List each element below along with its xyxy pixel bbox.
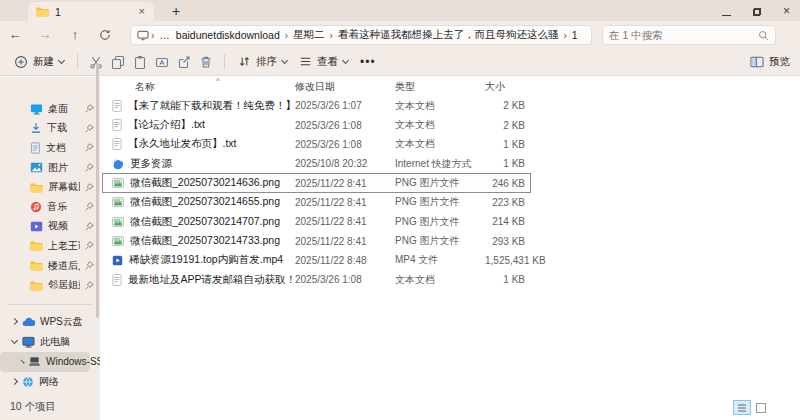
file-row[interactable]: 微信截图_20250730214733.png 2025/11/22 8:41 … <box>102 231 531 250</box>
column-header-size[interactable]: 大小 <box>485 80 525 94</box>
preview-button[interactable]: 预览 <box>750 55 790 69</box>
sidebar-item-label: 文档 <box>46 141 80 155</box>
breadcrumb-segment[interactable]: 看着这种逼我都想操上去了，而且母狗还这么骚 <box>335 28 562 42</box>
close-button[interactable]: × <box>783 5 790 17</box>
file-type: 文本文档 <box>395 118 485 132</box>
file-date: 2025/3/26 1:08 <box>295 139 395 150</box>
file-row[interactable]: 更多资源 2025/10/8 20:32 Internet 快捷方式 1 KB <box>102 154 531 173</box>
chevron-right-icon[interactable] <box>20 360 24 364</box>
sort-ascending-icon: ^ <box>216 76 220 85</box>
forward-button[interactable]: → <box>30 27 60 42</box>
delete-button[interactable] <box>195 51 217 73</box>
desktop-icon <box>30 103 43 115</box>
more-button[interactable]: ••• <box>354 51 382 73</box>
details-view-button[interactable] <box>733 400 751 415</box>
sidebar-item-videos[interactable]: 视频 <box>0 217 100 237</box>
copy-button[interactable] <box>107 51 129 73</box>
new-tab-button[interactable]: + <box>168 3 184 21</box>
file-date: 2025/11/22 8:41 <box>295 178 395 189</box>
breadcrumb[interactable]: › … baidunetdiskdownload › 星期二 › 看着这种逼我都… <box>130 25 592 45</box>
toolbar-separator <box>77 54 78 69</box>
music-icon <box>30 201 42 213</box>
sidebar-item-network[interactable]: 网络 <box>0 372 100 392</box>
share-button[interactable] <box>173 51 195 73</box>
tab-close-icon[interactable]: × <box>136 5 148 18</box>
file-size: 214 KB <box>485 216 525 227</box>
sidebar-item-screenshots[interactable]: 屏幕截图 <box>0 177 100 197</box>
chevron-right-icon[interactable] <box>11 318 18 325</box>
image-file-icon <box>112 236 124 246</box>
file-size: 293 KB <box>485 236 525 247</box>
pin-icon <box>85 241 94 250</box>
file-row[interactable]: 【永久地址发布页】.txt 2025/3/26 1:08 文本文档 1 KB <box>102 135 531 154</box>
sidebar-item-folder-3[interactable]: 邻居姐姐下班 <box>0 275 100 295</box>
file-date: 2025/3/26 1:08 <box>295 274 395 285</box>
up-button[interactable]: ↑ <box>60 27 90 42</box>
new-button[interactable]: 新建 <box>8 51 70 73</box>
paste-button[interactable] <box>129 51 151 73</box>
tab-1[interactable]: 1 × <box>28 2 154 21</box>
video-file-icon <box>112 255 123 266</box>
sidebar-item-this-pc[interactable]: 此电脑 <box>0 332 100 352</box>
sidebar-item-label: 此电脑 <box>40 335 70 349</box>
sort-button[interactable]: 排序 <box>232 51 293 73</box>
sort-icon <box>238 55 251 68</box>
file-row-selected[interactable]: 微信截图_20250730214636.png 2025/11/22 8:41 … <box>102 173 531 192</box>
preview-pane-icon <box>750 56 764 68</box>
file-name: 【永久地址发布页】.txt <box>128 137 237 151</box>
restore-button[interactable] <box>753 2 761 20</box>
text-file-icon <box>112 138 122 150</box>
breadcrumb-segment[interactable]: baidunetdiskdownload <box>173 29 283 41</box>
sidebar-item-label: 桌面 <box>48 102 80 116</box>
sidebar-item-downloads[interactable]: 下载 <box>0 119 100 139</box>
minimize-button[interactable] <box>722 2 731 20</box>
sidebar-item-desktop[interactable]: 桌面 <box>0 99 100 119</box>
file-row[interactable]: 最新地址及APP请发邮箱自动获取！！！.txt 2025/3/26 1:08 文… <box>102 270 531 289</box>
sidebar-item-folder-1[interactable]: 上老王论坛当 <box>0 236 100 256</box>
refresh-button[interactable] <box>90 29 120 41</box>
view-button[interactable]: 查看 <box>293 51 354 73</box>
column-header-name[interactable]: 名称 <box>112 80 295 94</box>
file-type: 文本文档 <box>395 273 485 287</box>
file-row[interactable]: 【论坛介绍】.txt 2025/3/26 1:08 文本文档 2 KB <box>102 115 531 134</box>
chevron-right-icon[interactable] <box>11 378 18 385</box>
folder-icon <box>30 182 43 193</box>
file-size: 2 KB <box>485 100 525 111</box>
sidebar-item-wps-cloud[interactable]: WPS云盘 <box>0 312 100 332</box>
breadcrumb-segment[interactable]: 1 <box>569 29 581 41</box>
pin-icon <box>85 104 94 113</box>
folder-icon <box>30 260 43 271</box>
breadcrumb-segment[interactable]: 星期二 <box>290 28 328 42</box>
sidebar-item-pictures[interactable]: 图片 <box>0 158 100 178</box>
file-explorer-window: 1 × + × ← → ↑ › … baidunetdiskdownload ›… <box>0 0 800 420</box>
search-box <box>602 25 776 45</box>
chevron-down-icon[interactable] <box>11 337 18 344</box>
column-header-date[interactable]: 修改日期 <box>295 80 395 94</box>
more-icon: ••• <box>360 55 376 69</box>
new-button-label: 新建 <box>33 55 54 69</box>
file-row[interactable]: 微信截图_20250730214707.png 2025/11/22 8:41 … <box>102 212 531 231</box>
file-row[interactable]: 稀缺资源19191.top内购首发.mp4 2025/11/22 8:48 MP… <box>102 251 531 270</box>
search-input[interactable] <box>609 29 758 41</box>
sidebar-item-documents[interactable]: 文档 <box>0 138 100 158</box>
file-date: 2025/11/22 8:41 <box>295 197 395 208</box>
file-name: 微信截图_20250730214733.png <box>130 234 280 248</box>
column-header-type[interactable]: 类型 <box>395 80 485 94</box>
this-pc-icon <box>22 336 35 348</box>
sidebar-item-folder-2[interactable]: 楼道后入健身 <box>0 256 100 276</box>
this-pc-icon <box>137 30 149 41</box>
sort-button-label: 排序 <box>256 55 277 69</box>
breadcrumb-overflow[interactable]: … <box>156 29 173 41</box>
pin-icon <box>85 124 94 133</box>
back-button[interactable]: ← <box>0 27 30 42</box>
sidebar-item-label: 视频 <box>48 219 80 233</box>
sidebar-item-windows-ssd[interactable]: Windows-SSD <box>0 352 90 372</box>
rename-button[interactable] <box>151 51 173 73</box>
sidebar-scrollbar[interactable] <box>96 63 99 318</box>
sidebar-item-music[interactable]: 音乐 <box>0 197 100 217</box>
cloud-icon <box>22 317 35 327</box>
file-row[interactable]: 【来了就能下载和观看！纯免费！】.txt 2025/3/26 1:07 文本文档… <box>102 96 531 115</box>
file-row[interactable]: 微信截图_20250730214655.png 2025/11/22 8:41 … <box>102 193 531 212</box>
large-icons-view-button[interactable] <box>756 403 766 413</box>
pin-icon <box>85 281 94 290</box>
